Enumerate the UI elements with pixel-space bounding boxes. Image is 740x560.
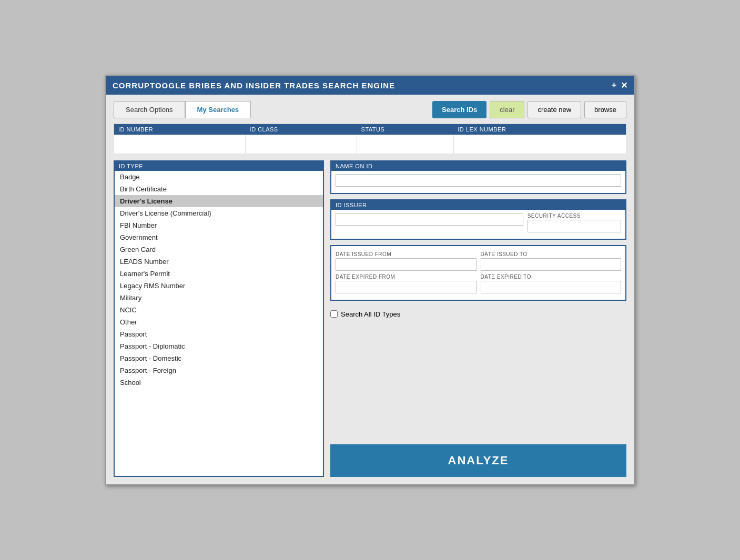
search-all-checkbox-row: Search All ID Types	[330, 306, 626, 322]
security-access-field: SECURITY ACCESS	[528, 213, 621, 232]
tab-search-options[interactable]: Search Options	[114, 101, 185, 118]
security-access-input[interactable]	[528, 220, 621, 232]
title-bar: CORRUPTOOGLE BRIBES AND INSIDER TRADES S…	[106, 76, 634, 95]
left-panel: ID TYPE BadgeBirth CertificateDriver's L…	[114, 160, 324, 477]
date-section: DATE ISSUED FROM DATE ISSUED TO DATE EXP…	[330, 245, 626, 301]
date-issued-from-field: DATE ISSUED FROM	[336, 251, 477, 271]
list-item[interactable]: Government	[115, 231, 323, 243]
issuer-section-body: SECURITY ACCESS	[331, 210, 625, 239]
close-button[interactable]: ✕	[621, 80, 627, 90]
list-item[interactable]: Military	[115, 292, 323, 304]
form-area: ID TYPE BadgeBirth CertificateDriver's L…	[114, 160, 626, 477]
name-field	[336, 174, 621, 187]
table-header-row: ID NUMBER ID CLASS STATUS ID LEX NUMBER	[114, 124, 626, 135]
col-id-lex-number: ID LEX NUMBER	[453, 124, 626, 135]
name-on-id-input[interactable]	[336, 174, 621, 187]
id-issuer-input[interactable]	[336, 213, 523, 226]
date-expired-to-input[interactable]	[481, 281, 622, 293]
tab-bar: Search Options My Searches	[114, 101, 251, 118]
list-item[interactable]: Passport - Foreign	[115, 364, 323, 376]
top-bar: Search Options My Searches Search IDs cl…	[114, 101, 626, 118]
list-item[interactable]: Driver's License	[115, 195, 323, 207]
list-item[interactable]: Learner's Permit	[115, 268, 323, 280]
issuer-section: ID ISSUER SECURITY ACCESS	[330, 199, 626, 240]
list-item[interactable]: School	[115, 376, 323, 389]
list-item[interactable]: Other	[115, 316, 323, 328]
clear-button[interactable]: clear	[490, 101, 524, 118]
date-issued-from-input[interactable]	[336, 258, 477, 271]
date-section-body: DATE ISSUED FROM DATE ISSUED TO DATE EXP…	[331, 249, 625, 300]
right-panel: NAME ON ID ID ISSUER	[330, 160, 626, 477]
id-issuer-field	[336, 213, 523, 232]
date-expired-from-input[interactable]	[336, 281, 477, 293]
issuer-security-row: SECURITY ACCESS	[336, 213, 621, 236]
date-issued-to-input[interactable]	[481, 258, 622, 271]
date-expired-row: DATE EXPIRED FROM DATE EXPIRED TO	[336, 274, 621, 297]
window-title: CORRUPTOOGLE BRIBES AND INSIDER TRADES S…	[113, 81, 395, 90]
search-ids-button[interactable]: Search IDs	[432, 101, 486, 118]
date-issued-from-label: DATE ISSUED FROM	[336, 251, 477, 257]
col-id-number: ID NUMBER	[114, 124, 246, 135]
security-access-label: SECURITY ACCESS	[528, 213, 621, 219]
date-expired-from-field: DATE EXPIRED FROM	[336, 274, 477, 293]
list-item[interactable]: Birth Certificate	[115, 183, 323, 195]
id-type-container: ID TYPE BadgeBirth CertificateDriver's L…	[114, 160, 324, 477]
date-issued-row: DATE ISSUED FROM DATE ISSUED TO	[336, 251, 621, 274]
issuer-section-header: ID ISSUER	[331, 200, 625, 210]
id-type-header: ID TYPE	[115, 161, 323, 171]
list-item[interactable]: Passport	[115, 328, 323, 340]
id-type-list[interactable]: BadgeBirth CertificateDriver's LicenseDr…	[115, 171, 323, 476]
date-issued-to-label: DATE ISSUED TO	[481, 251, 622, 257]
list-item[interactable]: Legacy RMS Number	[115, 280, 323, 292]
list-item[interactable]: NCIC	[115, 304, 323, 316]
browse-button[interactable]: browse	[584, 101, 626, 118]
window-controls: + ✕	[612, 80, 627, 90]
col-id-class: ID CLASS	[246, 124, 357, 135]
add-button[interactable]: +	[612, 80, 616, 90]
tab-my-searches[interactable]: My Searches	[185, 101, 251, 118]
action-buttons: Search IDs clear create new browse	[432, 101, 626, 118]
date-issued-to-field: DATE ISSUED TO	[481, 251, 622, 271]
list-item[interactable]: Driver's License (Commercial)	[115, 207, 323, 219]
date-expired-from-label: DATE EXPIRED FROM	[336, 274, 477, 280]
spacer	[330, 328, 626, 439]
list-item[interactable]: Badge	[115, 171, 323, 183]
list-item[interactable]: FBI Number	[115, 219, 323, 231]
search-all-label[interactable]: Search All ID Types	[341, 310, 400, 318]
list-item[interactable]: Passport - Domestic	[115, 352, 323, 364]
results-table: ID NUMBER ID CLASS STATUS ID LEX NUMBER	[114, 124, 626, 154]
create-new-button[interactable]: create new	[528, 101, 581, 118]
table-row	[114, 135, 626, 154]
name-section-body	[331, 171, 625, 193]
search-all-checkbox[interactable]	[330, 310, 338, 318]
analyze-button[interactable]: ANALYZE	[330, 444, 626, 477]
main-content: Search Options My Searches Search IDs cl…	[106, 95, 634, 484]
list-item[interactable]: Green Card	[115, 243, 323, 256]
main-window: CORRUPTOOGLE BRIBES AND INSIDER TRADES S…	[105, 75, 635, 485]
list-item[interactable]: Passport - Diplomatic	[115, 340, 323, 352]
list-item[interactable]: LEADS Number	[115, 256, 323, 268]
name-section-header: NAME ON ID	[331, 161, 625, 171]
date-expired-to-label: DATE EXPIRED TO	[481, 274, 622, 280]
name-section: NAME ON ID	[330, 160, 626, 194]
col-status: STATUS	[357, 124, 454, 135]
date-expired-to-field: DATE EXPIRED TO	[481, 274, 622, 293]
